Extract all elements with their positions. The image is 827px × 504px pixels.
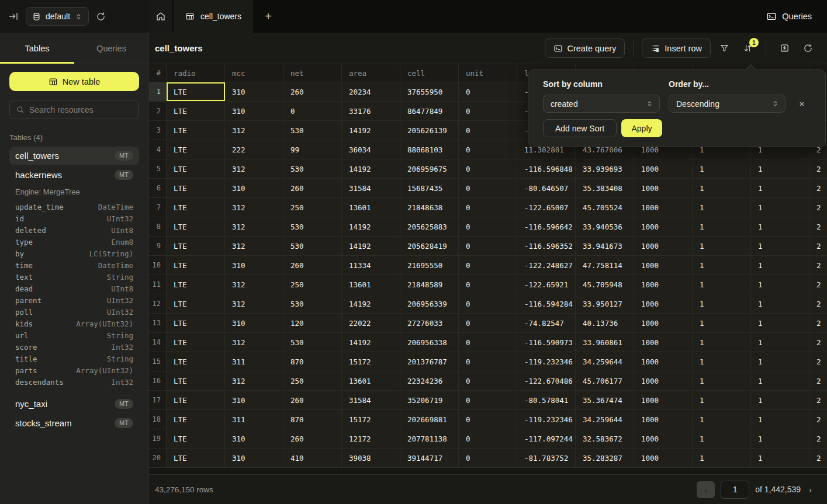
table-cell[interactable]: 1000 xyxy=(634,159,693,178)
table-cell[interactable]: 310 xyxy=(225,102,283,120)
filter-icon[interactable] xyxy=(714,39,734,58)
table-cell[interactable]: 1 xyxy=(751,410,809,429)
table-cell[interactable]: 1 xyxy=(751,179,809,197)
table-cell[interactable]: 32.583672 xyxy=(576,429,634,448)
table-cell[interactable]: LTE xyxy=(167,140,225,159)
table-cell[interactable]: 14192 xyxy=(342,159,400,178)
table-cell[interactable]: 34.259644 xyxy=(576,352,634,371)
table-cell[interactable]: 310 xyxy=(225,256,283,274)
database-selector[interactable]: default xyxy=(26,7,89,26)
table-cell[interactable]: 2 xyxy=(809,217,827,236)
table-cell[interactable]: 2 xyxy=(809,449,827,467)
tab-cell-towers[interactable]: cell_towers xyxy=(174,0,253,33)
table-cell[interactable]: 1 xyxy=(693,217,751,236)
table-cell[interactable]: 0 xyxy=(459,121,517,140)
apply-sort-button[interactable]: Apply xyxy=(621,119,662,137)
row-number-cell[interactable]: 5 xyxy=(149,159,167,178)
column-header-mcc[interactable]: mcc xyxy=(225,64,283,82)
table-cell[interactable]: 35206719 xyxy=(400,391,459,409)
table-cell[interactable]: 21695550 xyxy=(400,256,459,274)
table-cell[interactable]: 14192 xyxy=(342,333,400,352)
table-cell[interactable]: -80.578041 xyxy=(517,391,576,409)
sort-icon[interactable]: 1 xyxy=(738,39,757,58)
table-cell[interactable]: 1000 xyxy=(634,449,693,467)
row-number-cell[interactable]: 6 xyxy=(149,179,167,197)
sidebar-tab-tables[interactable]: Tables xyxy=(0,33,74,64)
table-cell[interactable]: 1 xyxy=(751,449,809,467)
table-cell[interactable]: 1 xyxy=(693,352,751,371)
table-cell[interactable]: 1 xyxy=(693,198,751,217)
column-header-cell[interactable]: cell xyxy=(400,64,459,82)
row-number-cell[interactable]: 3 xyxy=(149,121,167,140)
table-cell[interactable]: 1 xyxy=(693,391,751,409)
table-cell[interactable]: 530 xyxy=(283,159,342,178)
table-cell[interactable]: 1 xyxy=(751,275,809,294)
table-cell[interactable]: 312 xyxy=(225,294,283,313)
table-cell[interactable]: 14192 xyxy=(342,121,400,140)
table-cell[interactable]: 310 xyxy=(225,179,283,197)
table-cell[interactable]: 13601 xyxy=(342,198,400,217)
table-cell[interactable]: 1 xyxy=(751,256,809,274)
insert-row-button[interactable]: Insert row xyxy=(642,39,711,58)
table-cell[interactable]: 1000 xyxy=(634,179,693,197)
table-cell[interactable]: LTE xyxy=(167,391,225,409)
table-cell[interactable]: 0 xyxy=(459,198,517,217)
row-number-cell[interactable]: 10 xyxy=(149,256,167,274)
table-cell[interactable]: 2 xyxy=(809,371,827,390)
table-cell[interactable]: LTE xyxy=(167,371,225,390)
table-cell[interactable]: 0 xyxy=(459,333,517,352)
table-cell[interactable]: -80.646507 xyxy=(517,179,576,197)
add-new-sort-button[interactable]: Add new Sort xyxy=(543,119,617,137)
table-cell[interactable]: 33.941673 xyxy=(576,237,634,255)
table-cell[interactable]: 2 xyxy=(809,410,827,429)
table-cell[interactable]: 0 xyxy=(459,352,517,371)
table-cell[interactable]: 1000 xyxy=(634,371,693,390)
row-number-cell[interactable]: 14 xyxy=(149,333,167,352)
table-cell[interactable]: 1000 xyxy=(634,429,693,448)
table-cell[interactable]: -116.590973 xyxy=(517,333,576,352)
row-number-cell[interactable]: 9 xyxy=(149,237,167,255)
sidebar-table-hackernews[interactable]: hackernewsMT xyxy=(9,166,139,184)
table-cell[interactable]: 33.940536 xyxy=(576,217,634,236)
table-cell[interactable]: 312 xyxy=(225,159,283,178)
table-cell[interactable]: 312 xyxy=(225,217,283,236)
row-number-cell[interactable]: 11 xyxy=(149,275,167,294)
table-cell[interactable]: 205626139 xyxy=(400,121,459,140)
row-number-cell[interactable]: 7 xyxy=(149,198,167,217)
table-cell[interactable]: 0 xyxy=(459,159,517,178)
table-cell[interactable]: 39038 xyxy=(342,449,400,467)
table-cell[interactable]: -119.232346 xyxy=(517,410,576,429)
table-cell[interactable]: 33.939693 xyxy=(576,159,634,178)
table-cell[interactable]: 1 xyxy=(693,294,751,313)
table-cell[interactable]: 530 xyxy=(283,333,342,352)
sidebar-table-stocks_stream[interactable]: stocks_streamMT xyxy=(9,414,139,432)
table-cell[interactable]: 45.705524 xyxy=(576,198,634,217)
table-cell[interactable]: 250 xyxy=(283,371,342,390)
new-table-button[interactable]: New table xyxy=(9,72,139,91)
table-cell[interactable]: LTE xyxy=(167,159,225,178)
table-cell[interactable]: 22022 xyxy=(342,314,400,332)
table-cell[interactable]: 311 xyxy=(225,410,283,429)
table-cell[interactable]: 260 xyxy=(283,82,342,101)
table-cell[interactable]: 33.950127 xyxy=(576,294,634,313)
table-cell[interactable]: 530 xyxy=(283,217,342,236)
table-cell[interactable]: 15687435 xyxy=(400,179,459,197)
table-cell[interactable]: 0 xyxy=(459,314,517,332)
table-cell[interactable]: 33176 xyxy=(342,102,400,120)
table-cell[interactable]: 33.960861 xyxy=(576,333,634,352)
sidebar-table-nyc_taxi[interactable]: nyc_taxiMT xyxy=(9,395,139,413)
sidebar-table-cell_towers[interactable]: cell_towersMT xyxy=(9,147,139,165)
row-number-cell[interactable]: 8 xyxy=(149,217,167,236)
search-input[interactable] xyxy=(29,105,135,114)
table-cell[interactable]: 1 xyxy=(751,198,809,217)
download-icon[interactable] xyxy=(774,39,794,58)
table-cell[interactable]: LTE xyxy=(167,82,225,101)
table-cell[interactable]: 120 xyxy=(283,314,342,332)
table-cell[interactable]: 312 xyxy=(225,237,283,255)
table-cell[interactable]: LTE xyxy=(167,179,225,197)
table-cell[interactable]: 310 xyxy=(225,391,283,409)
table-cell[interactable]: 2 xyxy=(809,314,827,332)
refresh-connection-icon[interactable] xyxy=(96,12,106,22)
table-cell[interactable]: 870 xyxy=(283,410,342,429)
table-cell[interactable]: 0 xyxy=(459,275,517,294)
